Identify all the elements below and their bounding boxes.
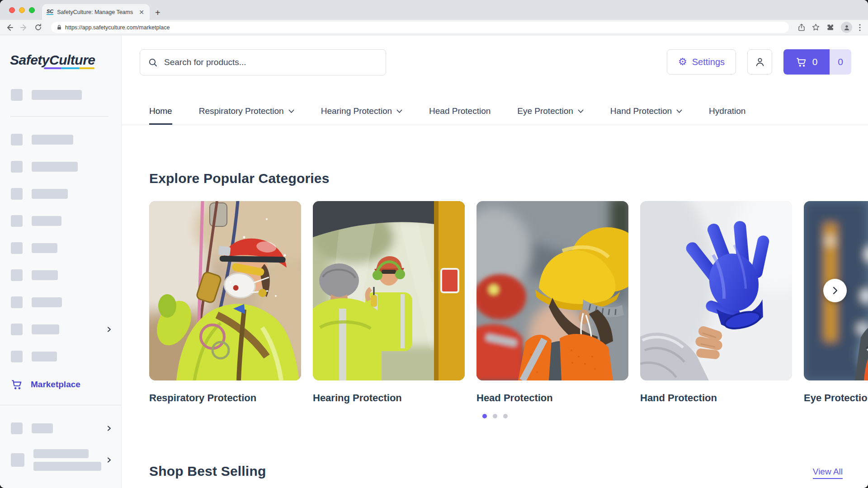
carousel-dot-3[interactable]: [503, 414, 508, 418]
sidebar-skeleton-item: [0, 447, 121, 473]
toolbar-actions: [798, 22, 863, 33]
tab-close-icon[interactable]: ✕: [138, 9, 145, 16]
chevron-down-icon: [288, 109, 294, 113]
cart-count-main[interactable]: 0: [783, 49, 830, 75]
minimize-window-button[interactable]: [19, 7, 25, 13]
logo-underline: [44, 67, 94, 69]
chevron-down-icon: [396, 109, 402, 113]
sidebar-skeleton-item: [0, 422, 121, 434]
sidebar-skeleton-item: [0, 161, 121, 173]
category-image: [640, 201, 792, 380]
chevron-right-icon[interactable]: [106, 426, 112, 432]
category-image: [313, 201, 465, 380]
category-title: Hand Protection: [640, 392, 792, 404]
url-text: https://app.safetyculture.com/marketplac…: [65, 24, 170, 31]
lock-icon: [57, 24, 62, 30]
nav-item-hydration[interactable]: Hydration: [709, 97, 745, 125]
sidebar-skeleton-item: [0, 324, 121, 335]
browser-tab-bar: SC SafetyCulture: Manage Teams and ... ✕…: [0, 0, 868, 20]
forward-icon[interactable]: [20, 23, 28, 32]
category-title: Hearing Protection: [313, 392, 465, 404]
new-tab-button[interactable]: +: [155, 8, 160, 17]
category-image: [476, 201, 628, 380]
search-icon: [148, 58, 158, 67]
back-icon[interactable]: [5, 23, 14, 32]
carousel-dots: [136, 414, 854, 418]
sidebar-skeleton-item: [0, 351, 121, 362]
carousel-dot-2[interactable]: [493, 414, 497, 418]
category-card-eye[interactable]: Eye Protection: [804, 201, 868, 404]
close-window-button[interactable]: [9, 7, 15, 13]
category-card-hearing[interactable]: Hearing Protection: [313, 201, 465, 404]
cart-count: 0: [812, 56, 818, 67]
cart-secondary-count[interactable]: 0: [830, 49, 851, 75]
browser-tab[interactable]: SC SafetyCulture: Manage Teams and ... ✕: [42, 4, 150, 20]
browser-menu-icon[interactable]: [859, 24, 861, 31]
chevron-right-icon: [830, 286, 840, 295]
sidebar-skeleton-item: [0, 134, 121, 145]
sidebar-skeleton-item: [0, 215, 121, 227]
category-image: [149, 201, 301, 380]
settings-button[interactable]: ⚙ Settings: [667, 49, 736, 75]
chevron-down-icon: [676, 109, 682, 113]
carousel-dot-1[interactable]: [482, 414, 487, 418]
best-selling-title: Shop Best Selling: [149, 464, 266, 479]
address-bar[interactable]: https://app.safetyculture.com/marketplac…: [51, 22, 789, 33]
sidebar-divider: [0, 405, 121, 405]
nav-item-head-protection[interactable]: Head Protection: [429, 97, 491, 125]
sidebar: SafetyCulture Marketplace: [0, 35, 122, 488]
share-icon[interactable]: [798, 23, 805, 31]
category-title: Head Protection: [476, 392, 628, 404]
marketplace-label: Marketplace: [31, 380, 80, 389]
gear-icon: ⚙: [678, 57, 687, 67]
sidebar-divider: [10, 116, 108, 117]
nav-item-respiratory-protection[interactable]: Respiratory Protection: [199, 97, 294, 125]
cart-button[interactable]: 0 0: [783, 49, 851, 75]
marketplace-content: Explore Popular Categories: [122, 125, 868, 488]
chevron-right-icon[interactable]: [106, 457, 112, 463]
chevron-right-icon[interactable]: [106, 327, 112, 333]
category-nav: Home Respiratory Protection Hearing Prot…: [122, 97, 868, 125]
category-card-head[interactable]: Head Protection: [476, 201, 628, 404]
bookmark-star-icon[interactable]: [812, 23, 820, 31]
category-carousel: Respiratory Protection: [149, 201, 868, 404]
category-title: Eye Protection: [804, 392, 868, 404]
browser-window: SC SafetyCulture: Manage Teams and ... ✕…: [0, 0, 868, 488]
browser-profile-avatar[interactable]: [841, 22, 852, 33]
extensions-puzzle-icon[interactable]: [826, 23, 834, 31]
account-button[interactable]: [747, 49, 772, 75]
nav-item-hearing-protection[interactable]: Hearing Protection: [321, 97, 402, 125]
window-controls: [0, 0, 42, 20]
carousel-next-button[interactable]: [823, 279, 847, 302]
popular-categories-title: Explore Popular Categories: [149, 171, 868, 186]
safetyculture-logo: SafetyCulture: [10, 52, 121, 67]
browser-toolbar: https://app.safetyculture.com/marketplac…: [0, 20, 868, 35]
maximize-window-button[interactable]: [29, 7, 35, 13]
settings-label: Settings: [692, 57, 725, 67]
view-all-link[interactable]: View All: [813, 467, 843, 479]
sidebar-skeleton-item: [0, 296, 121, 308]
cart-icon: [796, 56, 807, 68]
sidebar-skeleton-item: [0, 269, 121, 281]
marketplace-header: ⚙ Settings 0: [122, 35, 868, 97]
user-icon: [755, 56, 765, 67]
nav-item-eye-protection[interactable]: Eye Protection: [517, 97, 584, 125]
category-card-respiratory[interactable]: Respiratory Protection: [149, 201, 301, 404]
sidebar-skeleton-item: [0, 89, 121, 101]
category-title: Respiratory Protection: [149, 392, 301, 404]
sidebar-skeleton-item: [0, 188, 121, 200]
chevron-down-icon: [578, 109, 584, 113]
sidebar-skeleton-item: [0, 242, 121, 254]
sidebar-item-marketplace[interactable]: Marketplace: [0, 378, 121, 391]
search-input[interactable]: [164, 57, 377, 67]
cart-icon: [11, 379, 23, 390]
reload-icon[interactable]: [34, 23, 42, 31]
tab-title: SafetyCulture: Manage Teams and ...: [57, 9, 134, 15]
nav-item-home[interactable]: Home: [149, 97, 172, 125]
product-search[interactable]: [140, 49, 386, 75]
category-card-hand[interactable]: Hand Protection: [640, 201, 792, 404]
nav-item-hand-protection[interactable]: Hand Protection: [610, 97, 682, 125]
safetyculture-favicon: SC: [47, 9, 53, 15]
